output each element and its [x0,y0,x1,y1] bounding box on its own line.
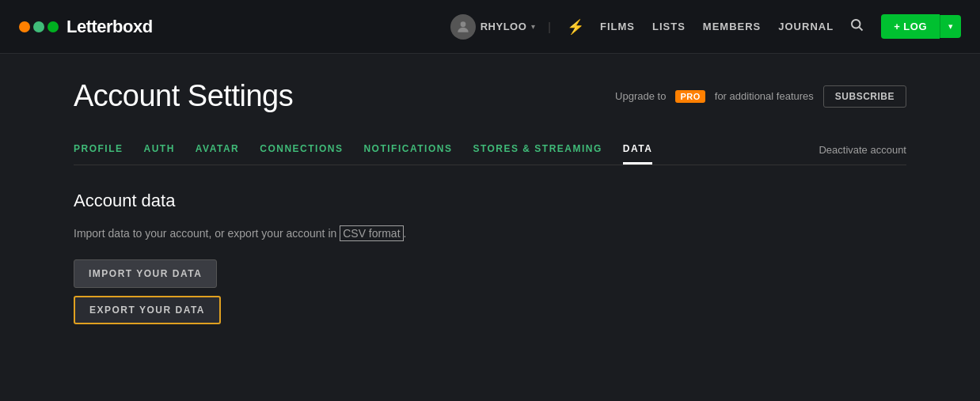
log-button-group: + LOG ▾ [881,14,961,39]
upgrade-text: Upgrade to [615,90,666,102]
tab-stores-streaming[interactable]: STORES & STREAMING [473,135,602,165]
nav-lists[interactable]: LISTS [652,21,686,32]
page-title: Account Settings [74,79,293,113]
logo-link[interactable]: Letterboxd [19,17,153,37]
action-buttons: IMPORT YOUR DATA EXPORT YOUR DATA [74,259,906,324]
csv-format-link[interactable]: CSV format [340,225,403,241]
section-desc-after: . [404,227,407,240]
nav-journal[interactable]: JOURNAL [778,21,834,32]
navbar-center: RHYLOO ▾ | ⚡ FILMS LISTS MEMBERS JOURNAL… [450,14,961,40]
tab-auth[interactable]: AUTH [144,135,175,165]
import-your-data-button[interactable]: IMPORT YOUR DATA [74,259,217,288]
upgrade-area: Upgrade to PRO for additional features S… [615,85,906,108]
search-icon[interactable] [849,17,864,36]
svg-point-0 [460,21,465,27]
tab-connections[interactable]: CONNECTIONS [260,135,343,165]
section-title: Account data [74,191,906,211]
data-section: Account data Import data to your account… [74,191,906,324]
tabs-row: PROFILE AUTH AVATAR CONNECTIONS NOTIFICA… [74,135,906,165]
nav-links: FILMS LISTS MEMBERS JOURNAL [600,21,834,32]
subscribe-button[interactable]: SUBSCRIBE [823,85,906,108]
tab-notifications[interactable]: NOTIFICATIONS [363,135,452,165]
log-main-button[interactable]: + LOG [881,14,940,39]
page-header: Account Settings Upgrade to PRO for addi… [74,79,906,113]
navbar: Letterboxd RHYLOO ▾ | ⚡ FILMS LISTS MEMB… [0,0,980,54]
logo-dot-orange [19,21,30,32]
main-content: Account Settings Upgrade to PRO for addi… [55,54,925,350]
nav-divider: | [548,21,551,33]
section-desc-before: Import data to your account, or export y… [74,227,340,240]
nav-films[interactable]: FILMS [600,21,635,32]
logo-dots [19,21,59,32]
export-your-data-button[interactable]: EXPORT YOUR DATA [74,296,221,324]
pro-badge: PRO [675,90,705,103]
svg-line-2 [860,27,863,30]
deactivate-account-link[interactable]: Deactivate account [819,144,906,156]
svg-point-1 [852,20,860,28]
avatar [450,14,476,40]
logo-dot-green2 [47,21,59,32]
upgrade-suffix: for additional features [715,90,814,102]
chevron-down-icon: ▾ [531,22,535,31]
logo-dot-green1 [33,21,44,32]
tab-avatar[interactable]: AVATAR [196,135,239,165]
section-description: Import data to your account, or export y… [74,225,906,242]
lightning-icon[interactable]: ⚡ [567,18,584,36]
log-dropdown-button[interactable]: ▾ [940,15,961,38]
logo-text: Letterboxd [66,17,153,37]
user-area[interactable]: RHYLOO ▾ [450,14,536,40]
tab-data[interactable]: DATA [623,135,653,165]
tab-profile[interactable]: PROFILE [74,135,123,165]
nav-members[interactable]: MEMBERS [703,21,761,32]
username: RHYLOO [481,21,527,32]
